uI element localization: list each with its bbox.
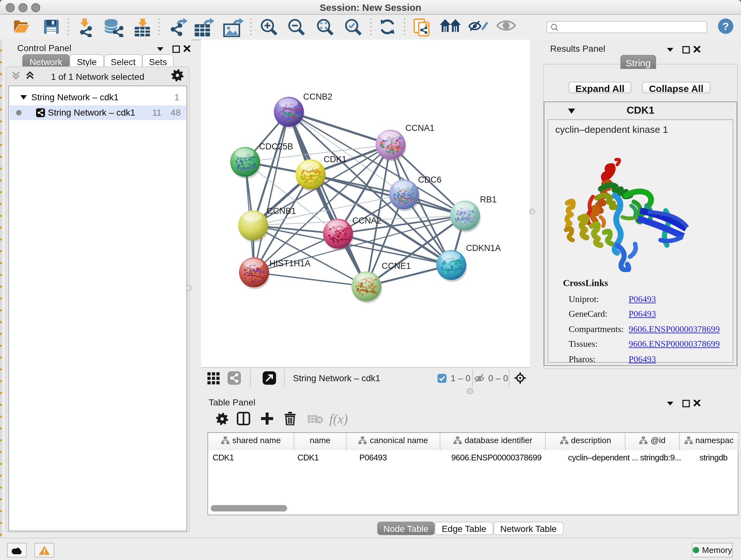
- svg-text:CCNE1: CCNE1: [382, 261, 411, 271]
- svg-text:CDKN1A: CDKN1A: [466, 243, 501, 253]
- svg-text:RB1: RB1: [480, 195, 497, 204]
- svg-text:CDK1: CDK1: [324, 154, 347, 164]
- svg-text:HIST1H1A: HIST1H1A: [269, 259, 311, 268]
- svg-text:CCNB2: CCNB2: [303, 92, 333, 102]
- svg-text:?: ?: [723, 20, 729, 32]
- svg-text:CCNA1: CCNA1: [405, 123, 434, 133]
- svg-text:CDC25B: CDC25B: [259, 142, 293, 151]
- svg-text:CDC6: CDC6: [418, 175, 442, 185]
- svg-text:CCNA2: CCNA2: [352, 216, 382, 226]
- svg-text:CCNB1: CCNB1: [267, 206, 296, 216]
